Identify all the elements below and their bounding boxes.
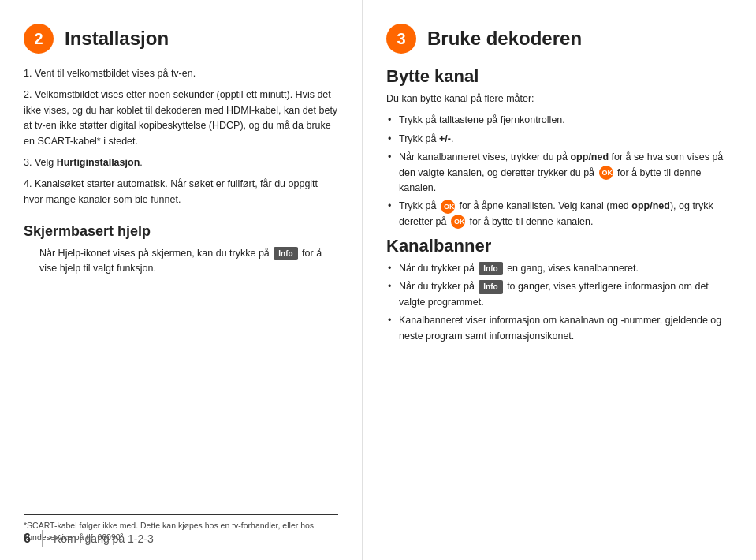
right-column: 3 Bruke dekoderen Bytte kanal Du kan byt… bbox=[363, 0, 756, 560]
bytte-bullet-2-bold: +/- bbox=[439, 133, 451, 144]
kanalbanner-bullet-3: Kanalbanneret viser informasjon om kanal… bbox=[386, 313, 732, 344]
info-badge-kanalbanner-2: Info bbox=[479, 280, 502, 294]
step3-text: 3. Velg Hurtiginstallasjon. bbox=[24, 155, 338, 170]
bytte-bullet-4a-bold: opp/ned bbox=[631, 200, 670, 211]
bytte-kanal-intro: Du kan bytte kanal på flere måter: bbox=[386, 91, 732, 106]
help-text-before: Når Hjelp-ikonet vises på skjermen, kan … bbox=[39, 248, 270, 259]
info-badge-help: Info bbox=[274, 247, 297, 261]
bytte-kanal-list: Trykk på talltastene på fjernkontrollen.… bbox=[386, 113, 732, 230]
kanalbanner-list: Når du trykker på Info en gang, vises ka… bbox=[386, 261, 732, 344]
step2-text: 2. Velkomstbildet vises etter noen sekun… bbox=[24, 88, 338, 149]
bytte-bullet-3-bold: opp/ned bbox=[570, 151, 609, 162]
page-label: Kom i gang på 1-2-3 bbox=[54, 532, 154, 545]
kanalbanner-title: Kanalbanner bbox=[386, 236, 732, 256]
section2-title: Installasjon bbox=[65, 28, 169, 50]
bytte-bullet-1: Trykk på talltastene på fjernkontrollen. bbox=[386, 113, 732, 128]
section2-number: 2 bbox=[24, 24, 54, 54]
bottom-divider bbox=[42, 530, 43, 547]
footer-divider bbox=[24, 514, 338, 515]
section3-number: 3 bbox=[386, 24, 416, 54]
skjermbasert-hjelp-title: Skjermbasert hjelp bbox=[24, 223, 338, 240]
bytte-bullet-4: Trykk på OK for å åpne kanallisten. Velg… bbox=[386, 199, 732, 230]
bottom-bar: 6 Kom i gang på 1-2-3 bbox=[0, 517, 756, 560]
ok-badge-3: OK bbox=[451, 215, 465, 229]
ok-badge-1: OK bbox=[599, 166, 613, 180]
step4-text: 4. Kanalsøket starter automatisk. Når sø… bbox=[24, 177, 338, 207]
info-badge-kanalbanner-1: Info bbox=[479, 262, 502, 276]
bytte-kanal-title: Bytte kanal bbox=[386, 66, 732, 87]
bytte-bullet-3: Når kanalbanneret vises, trykker du på o… bbox=[386, 150, 732, 196]
ok-badge-2: OK bbox=[441, 200, 455, 214]
help-text-block: Når Hjelp-ikonet vises på skjermen, kan … bbox=[39, 246, 338, 277]
step3-bold: Hurtiginstallasjon bbox=[57, 157, 140, 168]
page: 2 Installasjon 1. Vent til velkomstbilde… bbox=[0, 0, 756, 560]
help-text: Når Hjelp-ikonet vises på skjermen, kan … bbox=[39, 246, 338, 277]
kanalbanner-bullet-1: Når du trykker på Info en gang, vises ka… bbox=[386, 261, 732, 276]
bytte-bullet-2: Trykk på +/-. bbox=[386, 132, 732, 147]
page-number: 6 bbox=[24, 532, 31, 546]
section2-header: 2 Installasjon bbox=[24, 24, 338, 54]
section3-title: Bruke dekoderen bbox=[427, 28, 582, 50]
kanalbanner-bullet-2: Når du trykker på Info to ganger, vises … bbox=[386, 279, 732, 310]
section3-header: 3 Bruke dekoderen bbox=[386, 24, 732, 54]
step1-text: 1. Vent til velkomstbildet vises på tv-e… bbox=[24, 66, 338, 81]
left-column: 2 Installasjon 1. Vent til velkomstbilde… bbox=[0, 0, 363, 560]
